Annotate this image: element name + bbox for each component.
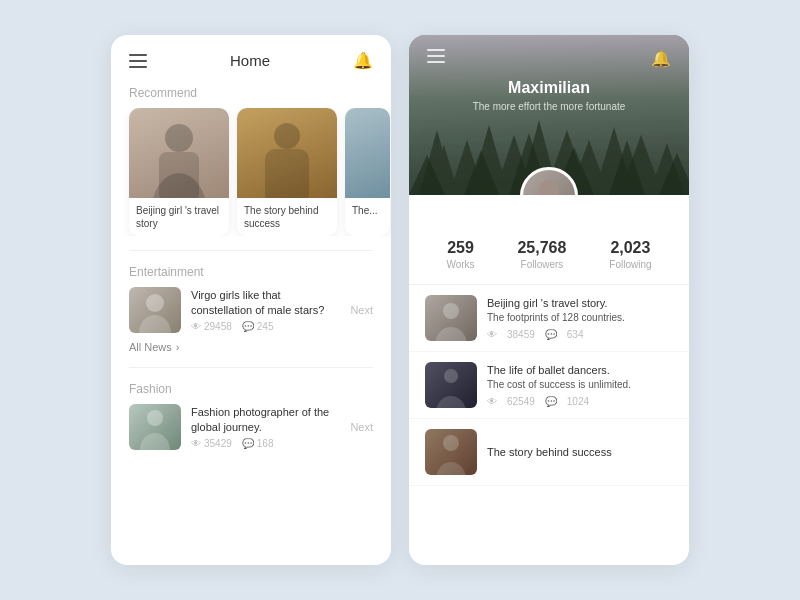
rec-caption-3: The...: [345, 198, 390, 223]
post-item-2[interactable]: The life of ballet dancers. The cost of …: [409, 352, 689, 419]
eye-icon-ent: 👁: [191, 321, 201, 332]
fashion-stats: 👁 35429 💬 168: [191, 438, 340, 449]
all-news-link[interactable]: All News ›: [129, 341, 373, 353]
post-thumb-3: [425, 429, 477, 475]
comment-icon-p2: 💬: [545, 396, 557, 407]
page-title: Home: [230, 52, 270, 69]
recommend-scroll: Beijing girl 's travel story The story b…: [111, 108, 391, 236]
svg-point-28: [443, 303, 459, 319]
all-news-chevron: ›: [176, 341, 180, 353]
profile-posts: Beijing girl 's travel story. The footpr…: [409, 285, 689, 486]
entertainment-text: Virgo girls like that constellation of m…: [191, 288, 340, 333]
post-title-3: The story behind success: [487, 445, 612, 460]
profile-header-icons: 🔔: [427, 49, 671, 68]
fash-views: 👁 35429: [191, 438, 232, 449]
svg-point-26: [539, 180, 559, 195]
fashion-next[interactable]: Next: [350, 421, 373, 433]
post-views-2: 62549: [507, 396, 535, 407]
post-thumb-1: [425, 295, 477, 341]
rec-image-2: [237, 108, 337, 198]
profile-subtitle: The more effort the more fortunate: [473, 101, 626, 112]
entertainment-section: Entertainment Virgo girls like that cons…: [111, 265, 391, 353]
post-title-1: Beijing girl 's travel story.: [487, 296, 625, 311]
recommend-card-3[interactable]: The...: [345, 108, 390, 236]
entertainment-next[interactable]: Next: [350, 304, 373, 316]
post-text-2: The life of ballet dancers. The cost of …: [487, 363, 631, 406]
stat-following-num: 2,023: [609, 239, 651, 257]
eye-icon-p2: 👁: [487, 396, 497, 407]
svg-point-31: [436, 396, 466, 408]
entertainment-stats: 👁 29458 💬 245: [191, 321, 340, 332]
post-comments-2: 1024: [567, 396, 589, 407]
post-title-2: The life of ballet dancers.: [487, 363, 631, 378]
post-stats-2: 👁 62549 💬 1024: [487, 396, 631, 407]
rec-caption-1: Beijing girl 's travel story: [129, 198, 229, 236]
profile-name: Maximilian: [508, 79, 590, 97]
recommend-card-1[interactable]: Beijing girl 's travel story: [129, 108, 229, 236]
post-text-1: Beijing girl 's travel story. The footpr…: [487, 296, 625, 339]
fashion-label: Fashion: [129, 382, 373, 396]
eye-icon-p1: 👁: [487, 329, 497, 340]
comment-icon-fash: 💬: [242, 438, 254, 449]
recommend-label: Recommend: [111, 82, 391, 108]
fash-view-count: 35429: [204, 438, 232, 449]
svg-point-3: [274, 123, 300, 149]
stat-followers-label: Followers: [517, 259, 566, 270]
fashion-title: Fashion photographer of the global journ…: [191, 405, 340, 435]
fashion-section: Fashion Fashion photographer of the glob…: [111, 382, 391, 450]
ent-views: 👁 29458: [191, 321, 232, 332]
svg-point-30: [444, 369, 458, 383]
post-stats-1: 👁 38459 💬 634: [487, 329, 625, 340]
left-header: Home 🔔: [111, 35, 391, 82]
divider-1: [129, 250, 373, 251]
profile-stats: 259 Works 25,768 Followers 2,023 Followi…: [409, 195, 689, 285]
stat-followers: 25,768 Followers: [517, 239, 566, 270]
entertainment-thumb: [129, 287, 181, 333]
divider-2: [129, 367, 373, 368]
post-item-3[interactable]: The story behind success: [409, 419, 689, 486]
svg-point-33: [436, 462, 466, 475]
stat-works: 259 Works: [446, 239, 474, 270]
svg-rect-4: [265, 149, 309, 198]
bell-icon[interactable]: 🔔: [353, 51, 373, 70]
recommend-card-2[interactable]: The story behind success: [237, 108, 337, 236]
svg-point-8: [140, 433, 170, 450]
fashion-text: Fashion photographer of the global journ…: [191, 405, 340, 450]
comment-icon-ent: 💬: [242, 321, 254, 332]
comment-icon-p1: 💬: [545, 329, 557, 340]
svg-point-7: [147, 410, 163, 426]
svg-point-32: [443, 435, 459, 451]
post-sub-1: The footprints of 128 countries.: [487, 311, 625, 325]
profile-bell-icon[interactable]: 🔔: [651, 49, 671, 68]
stat-works-num: 259: [446, 239, 474, 257]
post-item-1[interactable]: Beijing girl 's travel story. The footpr…: [409, 285, 689, 352]
fash-comments: 💬 168: [242, 438, 274, 449]
profile-hamburger-icon[interactable]: [427, 49, 445, 68]
svg-point-29: [435, 327, 467, 341]
post-text-3: The story behind success: [487, 445, 612, 460]
stat-following-label: Following: [609, 259, 651, 270]
post-views-1: 38459: [507, 329, 535, 340]
ent-comments: 💬 245: [242, 321, 274, 332]
stat-following: 2,023 Following: [609, 239, 651, 270]
profile-header: 🔔 Maximilian The more effort the more fo…: [409, 35, 689, 195]
post-sub-2: The cost of success is unlimited.: [487, 378, 631, 392]
ent-view-count: 29458: [204, 321, 232, 332]
rec-caption-2: The story behind success: [237, 198, 337, 236]
post-comments-1: 634: [567, 329, 584, 340]
entertainment-label: Entertainment: [129, 265, 373, 279]
eye-icon-fash: 👁: [191, 438, 201, 449]
left-phone-card: Home 🔔 Recommend Beijing girl 's travel …: [111, 35, 391, 565]
hamburger-icon[interactable]: [129, 54, 147, 68]
right-phone-card: 🔔 Maximilian The more effort the more fo…: [409, 35, 689, 565]
fashion-thumb: [129, 404, 181, 450]
stat-followers-num: 25,768: [517, 239, 566, 257]
stat-works-label: Works: [446, 259, 474, 270]
svg-point-5: [146, 294, 164, 312]
fashion-item: Fashion photographer of the global journ…: [129, 404, 373, 450]
svg-rect-2: [159, 152, 199, 198]
fash-comment-count: 168: [257, 438, 274, 449]
entertainment-title: Virgo girls like that constellation of m…: [191, 288, 340, 318]
rec-image-1: [129, 108, 229, 198]
svg-point-1: [165, 124, 193, 152]
